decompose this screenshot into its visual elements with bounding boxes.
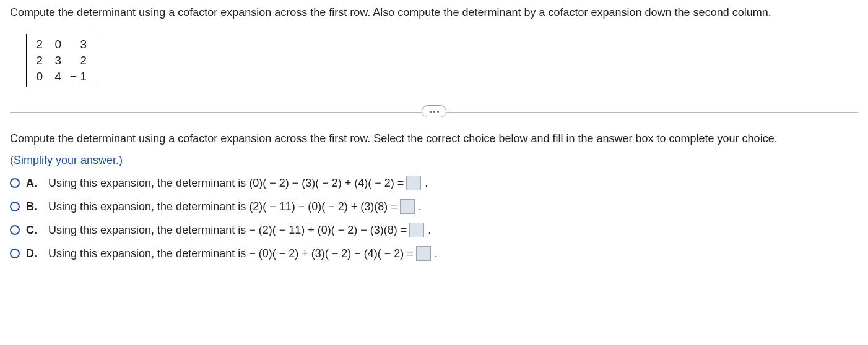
choice-text: Using this expansion, the determinant is… (48, 224, 407, 237)
matrix-cell: 2 (67, 53, 93, 69)
hint-text: (Simplify your answer.) (10, 154, 858, 167)
choice-text: Using this expansion, the determinant is… (48, 247, 414, 260)
answer-input-d[interactable] (416, 246, 431, 261)
period: . (425, 177, 428, 190)
matrix-cell: 2 (30, 36, 49, 53)
matrix-cell: 3 (49, 53, 67, 69)
choice-text: Using this expansion, the determinant is… (48, 177, 404, 190)
choice-text: Using this expansion, the determinant is… (48, 200, 397, 213)
choice-b: B. Using this expansion, the determinant… (10, 199, 858, 214)
choice-a: A. Using this expansion, the determinant… (10, 176, 858, 190)
choice-letter: B. (26, 200, 38, 213)
answer-input-c[interactable] (409, 223, 424, 237)
radio-b[interactable] (10, 202, 20, 211)
matrix-cell: 3 (67, 36, 93, 53)
matrix-cell: 0 (49, 36, 67, 53)
matrix-cell: − 1 (67, 69, 93, 85)
period: . (435, 247, 438, 260)
radio-a[interactable] (10, 178, 20, 188)
question-text: Compute the determinant using a cofactor… (10, 6, 858, 19)
choice-list: A. Using this expansion, the determinant… (10, 176, 858, 261)
answer-input-b[interactable] (400, 199, 415, 214)
ellipsis-icon (430, 111, 439, 113)
expand-button[interactable] (422, 105, 446, 117)
choice-letter: A. (26, 177, 38, 190)
choice-d: D. Using this expansion, the determinant… (10, 246, 858, 261)
radio-d[interactable] (10, 249, 20, 258)
matrix-cell: 0 (30, 69, 49, 85)
period: . (428, 224, 431, 237)
radio-c[interactable] (10, 225, 20, 235)
choice-c: C. Using this expansion, the determinant… (10, 223, 858, 237)
choice-letter: C. (26, 224, 38, 237)
period: . (419, 200, 422, 213)
matrix-cell: 4 (49, 69, 67, 85)
choice-letter: D. (26, 247, 38, 260)
answer-input-a[interactable] (406, 176, 421, 190)
matrix-cell: 2 (30, 53, 49, 69)
matrix-determinant: 2 0 3 2 3 2 0 4 − 1 (26, 34, 97, 87)
sub-question-text: Compute the determinant using a cofactor… (10, 132, 858, 145)
